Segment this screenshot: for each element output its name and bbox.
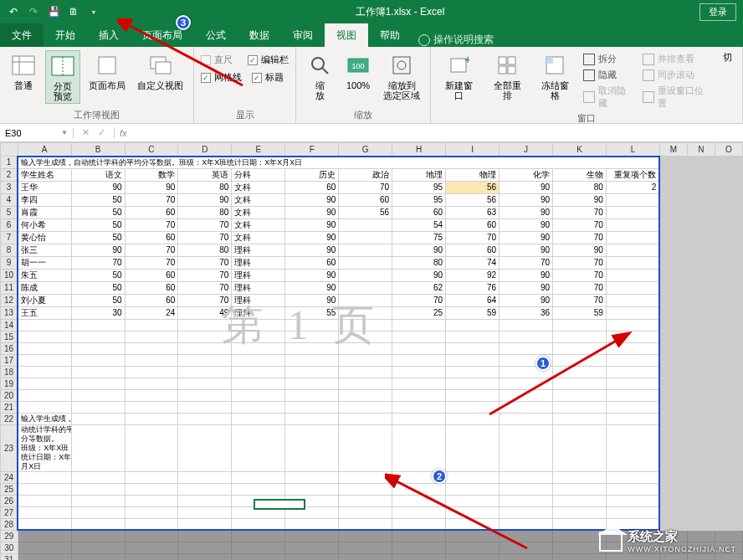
tab-view[interactable]: 视图 xyxy=(325,23,368,47)
col-header[interactable]: F xyxy=(285,143,339,157)
col-header[interactable]: G xyxy=(339,143,392,157)
row-header[interactable]: 3 xyxy=(1,181,18,193)
zoom-button[interactable]: 缩 放 xyxy=(303,50,336,102)
side-by-side-button[interactable]: 并排查看 xyxy=(641,52,714,66)
site-name: 系统之家 xyxy=(628,529,736,545)
reset-pos-button[interactable]: 重设窗口位置 xyxy=(641,84,714,110)
row-header[interactable]: 13 xyxy=(1,306,18,319)
new-window-button[interactable]: + 新建窗口 xyxy=(438,50,480,102)
row-header[interactable]: 26 xyxy=(1,495,18,506)
row-header[interactable]: 15 xyxy=(1,331,18,342)
tab-home[interactable]: 开始 xyxy=(44,23,87,47)
row-header[interactable]: 24 xyxy=(1,471,18,483)
row-header[interactable]: 9 xyxy=(1,256,18,269)
row-header[interactable]: 8 xyxy=(1,244,18,256)
row-header[interactable]: 14 xyxy=(1,319,18,331)
unhide-button[interactable]: 取消隐藏 xyxy=(582,84,636,110)
freeze-icon xyxy=(541,52,568,79)
page-layout-button[interactable]: 页面布局 xyxy=(85,50,129,92)
group-show: 直尺 ✓编辑栏 ✓网格线 ✓标题 显示 xyxy=(194,47,296,123)
switch-window-button[interactable]: 切 xyxy=(719,50,735,64)
svg-point-13 xyxy=(397,61,406,69)
tab-formula[interactable]: 公式 xyxy=(194,23,238,47)
unhide-icon xyxy=(583,91,595,103)
row-header[interactable]: 6 xyxy=(1,218,18,231)
row-header[interactable]: 20 xyxy=(1,389,18,401)
col-header[interactable]: O xyxy=(715,143,742,157)
col-header[interactable]: D xyxy=(178,143,232,157)
enter-icon[interactable]: ✓ xyxy=(98,127,105,138)
site-watermark: 系统之家 WWW.XITONGZHIJIA.NET xyxy=(599,529,736,553)
group-label-views: 工作簿视图 xyxy=(7,107,187,121)
formulabar-checkbox[interactable]: ✓编辑栏 xyxy=(248,54,289,66)
col-header[interactable]: M xyxy=(659,143,687,157)
tab-file[interactable]: 文件 xyxy=(0,23,44,47)
row-header[interactable]: 21 xyxy=(1,401,18,413)
tab-review[interactable]: 审阅 xyxy=(281,23,325,47)
col-header[interactable]: C xyxy=(125,143,178,157)
zoom-selection-button[interactable]: 缩放到 选定区域 xyxy=(380,50,423,102)
row-header[interactable]: 7 xyxy=(1,231,18,244)
tab-help[interactable]: 帮助 xyxy=(368,23,412,47)
arrange-all-button[interactable]: 全部重排 xyxy=(485,50,528,102)
tab-insert[interactable]: 插入 xyxy=(87,23,131,47)
svg-rect-3 xyxy=(52,57,74,75)
tab-data[interactable]: 数据 xyxy=(238,23,281,47)
row-header[interactable]: 17 xyxy=(1,354,18,366)
row-header[interactable]: 28 xyxy=(1,518,18,530)
row-header[interactable]: 11 xyxy=(1,281,18,294)
hide-button[interactable]: 隐藏 xyxy=(582,68,636,82)
row-header[interactable]: 12 xyxy=(1,294,18,306)
row-header[interactable]: 5 xyxy=(1,206,18,218)
row-header[interactable]: 30 xyxy=(1,542,18,553)
row-header[interactable]: 29 xyxy=(1,530,18,542)
row-header[interactable]: 4 xyxy=(1,193,18,206)
login-button[interactable]: 登录 xyxy=(699,3,736,21)
qat-dropdown-icon[interactable]: ▾ xyxy=(85,3,102,20)
headings-checkbox[interactable]: ✓标题 xyxy=(252,71,284,84)
col-header[interactable]: H xyxy=(392,143,446,157)
row-header[interactable]: 25 xyxy=(1,483,18,495)
normal-view-button[interactable]: 普通 xyxy=(7,50,40,92)
fx-icon[interactable]: fx xyxy=(115,128,132,138)
worksheet-area[interactable]: ABCDEFGHIJKLMNO1输入学生成绩，自动统计学科的平均分等数据。班级：… xyxy=(0,142,743,560)
col-header[interactable]: E xyxy=(232,143,285,157)
cancel-icon[interactable]: ✕ xyxy=(82,127,90,138)
col-header[interactable]: I xyxy=(446,143,500,157)
undo-icon[interactable]: ↶ xyxy=(5,3,22,20)
col-header[interactable]: L xyxy=(606,143,659,157)
print-preview-icon[interactable]: 🗎 xyxy=(65,3,82,20)
row-header[interactable]: 1 xyxy=(1,157,18,169)
arrange-icon xyxy=(494,52,520,79)
split-button[interactable]: 拆分 xyxy=(582,52,636,66)
row-header[interactable]: 16 xyxy=(1,342,18,354)
namebox-dropdown-icon[interactable]: ▼ xyxy=(61,129,68,136)
hide-icon xyxy=(583,69,595,81)
custom-views-button[interactable]: 自定义视图 xyxy=(134,50,187,92)
col-header[interactable]: B xyxy=(71,143,125,157)
freeze-panes-button[interactable]: 冻结窗格 xyxy=(534,50,576,102)
col-header[interactable]: A xyxy=(18,143,71,157)
tell-me-search[interactable]: 操作说明搜索 xyxy=(412,33,500,47)
row-header[interactable]: 18 xyxy=(1,366,18,378)
row-header[interactable]: 23 xyxy=(1,424,18,471)
gridlines-checkbox[interactable]: ✓网格线 xyxy=(201,71,242,84)
row-header[interactable]: 10 xyxy=(1,269,18,281)
save-icon[interactable]: 💾 xyxy=(45,3,62,20)
group-window: + 新建窗口 全部重排 冻结窗格 拆分 隐藏 取消隐藏 并排查看 同步滚动 重设… xyxy=(431,47,743,123)
name-box[interactable]: E30 ▼ xyxy=(0,128,74,138)
row-header[interactable]: 2 xyxy=(1,168,18,181)
row-header[interactable]: 27 xyxy=(1,506,18,518)
row-header[interactable]: 19 xyxy=(1,378,18,389)
active-cell[interactable] xyxy=(254,499,305,510)
zoom-100-button[interactable]: 100 100% xyxy=(341,50,375,92)
sync-scroll-button[interactable]: 同步滚动 xyxy=(641,68,714,82)
col-header[interactable]: J xyxy=(500,143,553,157)
page-break-preview-button[interactable]: 分页 预览 xyxy=(45,50,80,104)
row-header[interactable]: 31 xyxy=(1,553,18,560)
redo-icon[interactable]: ↷ xyxy=(25,3,42,20)
row-header[interactable]: 22 xyxy=(1,413,18,424)
col-header[interactable]: K xyxy=(553,143,607,157)
ruler-checkbox[interactable]: 直尺 xyxy=(201,54,233,66)
col-header[interactable]: N xyxy=(687,143,715,157)
